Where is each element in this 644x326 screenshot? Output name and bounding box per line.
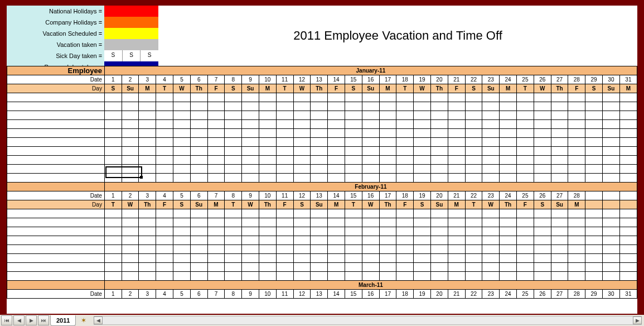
cell[interactable] xyxy=(259,174,276,183)
cell[interactable] xyxy=(619,254,637,263)
cell[interactable] xyxy=(345,227,362,236)
cell[interactable] xyxy=(242,147,259,156)
day-cell[interactable]: Su xyxy=(430,200,448,209)
cell[interactable] xyxy=(379,236,396,245)
cell[interactable] xyxy=(225,156,242,165)
cell[interactable] xyxy=(173,236,191,245)
cell[interactable] xyxy=(414,254,431,263)
cell[interactable] xyxy=(430,209,448,218)
cell[interactable] xyxy=(568,147,585,156)
cell[interactable] xyxy=(465,218,482,227)
date-cell[interactable]: 8 xyxy=(225,191,242,200)
cell[interactable] xyxy=(430,236,448,245)
employee-row[interactable] xyxy=(7,272,637,281)
cell[interactable] xyxy=(534,111,551,120)
cell[interactable] xyxy=(603,263,620,272)
employee-row[interactable] xyxy=(7,263,637,272)
cell[interactable] xyxy=(603,227,620,236)
cell[interactable] xyxy=(517,227,534,236)
cell[interactable] xyxy=(430,227,448,236)
cell[interactable] xyxy=(122,272,139,281)
date-cell[interactable]: 24 xyxy=(500,290,517,299)
employee-name-cell[interactable] xyxy=(7,174,105,183)
cell[interactable] xyxy=(568,218,585,227)
cell[interactable] xyxy=(173,147,191,156)
date-cell[interactable]: 10 xyxy=(259,75,276,84)
cell[interactable] xyxy=(259,129,276,138)
cell[interactable] xyxy=(276,93,293,102)
cell[interactable] xyxy=(414,218,431,227)
date-cell[interactable]: 27 xyxy=(551,290,568,299)
date-cell[interactable]: 3 xyxy=(139,290,156,299)
cell[interactable] xyxy=(139,147,156,156)
cell[interactable] xyxy=(568,209,585,218)
cell[interactable] xyxy=(156,209,173,218)
date-cell[interactable]: 9 xyxy=(242,191,259,200)
cell[interactable] xyxy=(362,165,379,174)
cell[interactable] xyxy=(362,174,379,183)
cell[interactable] xyxy=(619,236,637,245)
cell[interactable] xyxy=(448,147,465,156)
day-cell[interactable]: S xyxy=(173,200,191,209)
day-cell[interactable]: Th xyxy=(190,84,207,93)
cell[interactable] xyxy=(242,111,259,120)
day-cell[interactable]: M xyxy=(568,200,585,209)
date-cell[interactable]: 24 xyxy=(500,191,517,200)
date-cell[interactable]: 4 xyxy=(156,191,173,200)
cell[interactable] xyxy=(173,120,191,129)
cell[interactable] xyxy=(414,129,431,138)
cell[interactable] xyxy=(551,272,568,281)
cell[interactable] xyxy=(207,245,225,254)
cell[interactable] xyxy=(414,138,431,147)
date-cell[interactable]: 23 xyxy=(482,75,500,84)
cell[interactable] xyxy=(242,236,259,245)
cell[interactable] xyxy=(345,147,362,156)
cell[interactable] xyxy=(534,147,551,156)
day-cell[interactable]: T xyxy=(465,200,482,209)
cell[interactable] xyxy=(259,236,276,245)
date-cell[interactable]: 7 xyxy=(207,290,225,299)
cell[interactable] xyxy=(122,254,139,263)
cell[interactable] xyxy=(448,129,465,138)
cell[interactable] xyxy=(603,254,620,263)
day-cell[interactable]: M xyxy=(259,84,276,93)
cell[interactable] xyxy=(500,209,517,218)
cell[interactable] xyxy=(207,120,225,129)
day-cell[interactable]: W xyxy=(242,200,259,209)
cell[interactable] xyxy=(379,156,396,165)
cell[interactable] xyxy=(379,209,396,218)
cell[interactable] xyxy=(311,236,328,245)
cell[interactable] xyxy=(242,138,259,147)
date-cell[interactable]: 22 xyxy=(465,191,482,200)
cell[interactable] xyxy=(585,263,603,272)
employee-row[interactable] xyxy=(7,147,637,156)
cell[interactable] xyxy=(207,165,225,174)
cell[interactable] xyxy=(139,236,156,245)
cell[interactable] xyxy=(500,254,517,263)
day-cell[interactable] xyxy=(585,200,603,209)
cell[interactable] xyxy=(276,227,293,236)
date-cell[interactable]: 26 xyxy=(534,75,551,84)
cell[interactable] xyxy=(190,102,207,111)
employee-row[interactable] xyxy=(7,209,637,218)
date-cell[interactable]: 22 xyxy=(465,290,482,299)
cell[interactable] xyxy=(619,209,637,218)
cell[interactable] xyxy=(465,254,482,263)
cell[interactable] xyxy=(568,120,585,129)
date-cell[interactable]: 19 xyxy=(414,75,431,84)
date-cell[interactable]: 2 xyxy=(122,75,139,84)
cell[interactable] xyxy=(276,129,293,138)
cell[interactable] xyxy=(465,111,482,120)
cell[interactable] xyxy=(534,263,551,272)
cell[interactable] xyxy=(173,272,191,281)
cell[interactable] xyxy=(173,165,191,174)
cell[interactable] xyxy=(430,272,448,281)
cell[interactable] xyxy=(173,245,191,254)
date-cell[interactable]: 9 xyxy=(242,75,259,84)
cell[interactable] xyxy=(414,263,431,272)
date-cell[interactable]: 18 xyxy=(396,290,414,299)
cell[interactable] xyxy=(139,209,156,218)
day-cell[interactable]: F xyxy=(568,84,585,93)
employee-name-cell[interactable] xyxy=(7,111,105,120)
cell[interactable] xyxy=(534,156,551,165)
